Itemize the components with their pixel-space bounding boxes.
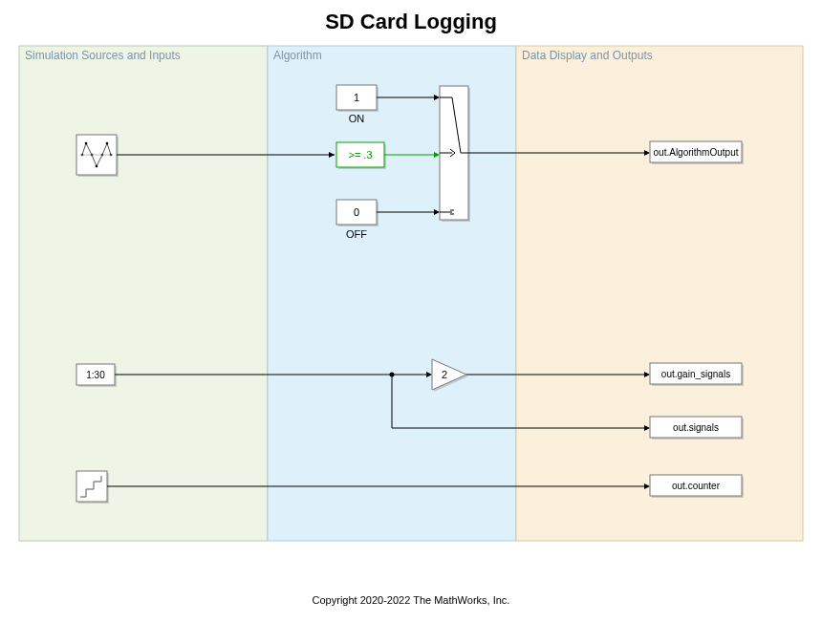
- diagram-svg: Simulation Sources and Inputs Algorithm …: [0, 0, 822, 644]
- svg-point-6: [85, 142, 88, 145]
- region-outputs: Data Display and Outputs: [516, 46, 803, 541]
- svg-point-8: [96, 165, 98, 168]
- constant-off-caption: OFF: [346, 228, 367, 240]
- gain-value: 2: [442, 369, 447, 380]
- region-sources-label: Simulation Sources and Inputs: [25, 49, 181, 62]
- diagram-canvas: SD Card Logging Simulation Sources and I…: [0, 0, 822, 644]
- sine-wave-block[interactable]: [76, 135, 119, 177]
- out-signals-block[interactable]: out.signals: [650, 417, 744, 440]
- svg-rect-0: [19, 46, 268, 541]
- out-counter-block[interactable]: out.counter: [650, 475, 744, 498]
- out-signals-label: out.signals: [673, 422, 719, 433]
- footer-copyright: Copyright 2020-2022 The MathWorks, Inc.: [0, 594, 822, 606]
- compare-value: >= .3: [348, 149, 372, 161]
- switch-block[interactable]: [440, 86, 470, 222]
- ramp-constant-block[interactable]: 1:30: [76, 364, 117, 387]
- out-algorithmoutput-label: out.AlgorithmOutput: [654, 147, 739, 158]
- region-algorithm-label: Algorithm: [273, 49, 322, 62]
- constant-on-block[interactable]: 1: [336, 85, 379, 112]
- out-algorithmoutput-block[interactable]: out.AlgorithmOutput: [650, 141, 744, 164]
- region-outputs-label: Data Display and Outputs: [522, 49, 653, 62]
- svg-rect-2: [516, 46, 803, 541]
- constant-off-block[interactable]: 0: [336, 200, 379, 226]
- ramp-constant-value: 1:30: [86, 370, 105, 380]
- out-counter-label: out.counter: [672, 481, 721, 491]
- constant-on-caption: ON: [349, 113, 365, 124]
- compare-block[interactable]: >= .3: [336, 142, 386, 169]
- svg-rect-1: [268, 46, 516, 541]
- stair-source-block[interactable]: [76, 471, 109, 504]
- out-gain-signals-label: out.gain_signals: [661, 369, 730, 379]
- region-algorithm: Algorithm: [268, 46, 516, 541]
- constant-on-value: 1: [354, 92, 359, 103]
- svg-point-10: [106, 142, 109, 145]
- out-gain-signals-block[interactable]: out.gain_signals: [650, 363, 744, 386]
- region-sources: Simulation Sources and Inputs: [19, 46, 268, 541]
- constant-off-value: 0: [354, 206, 359, 218]
